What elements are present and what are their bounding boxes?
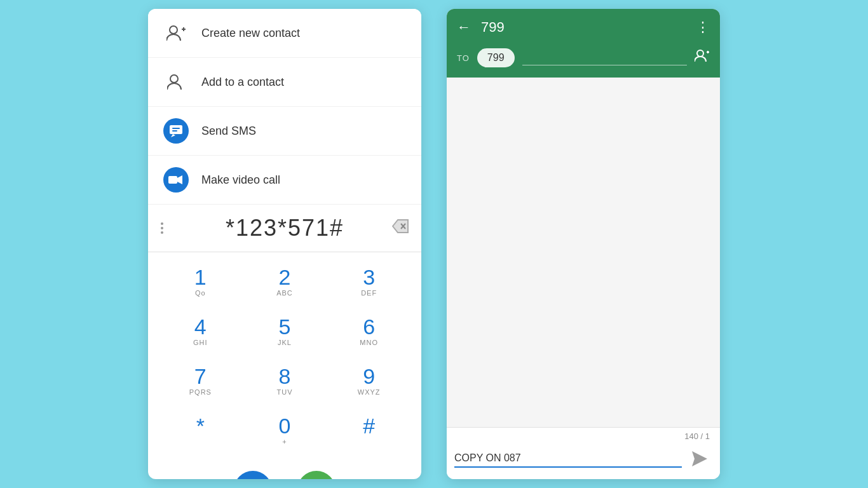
svg-rect-4 [170, 125, 182, 134]
make-video-call-item[interactable]: Make video call [148, 156, 421, 205]
send-button[interactable] [687, 446, 712, 471]
key-1[interactable]: 1Qo [158, 257, 243, 307]
make-video-call-icon [163, 167, 189, 193]
char-count: 140 / 1 [447, 428, 720, 441]
call-buttons-row: 4G [148, 461, 421, 479]
create-contact-label: Create new contact [201, 27, 300, 40]
dialer-panel: Create new contact Add to a contact [148, 9, 421, 479]
key-5[interactable]: 5JKL [243, 307, 327, 356]
key-2[interactable]: 2ABC [243, 257, 327, 307]
svg-marker-9 [177, 175, 182, 184]
send-sms-icon [163, 118, 189, 144]
sms-panel: ← 799 ⋮ TO 799 140 / 1 [447, 9, 720, 479]
keypad: 1Qo 2ABC 3DEF 4GHI 5JKL 6MNO 7PQRS 8TUV … [148, 252, 421, 461]
recipient-chip[interactable]: 799 [477, 48, 515, 67]
svg-rect-6 [172, 128, 180, 129]
sms-to-row: TO 799 [447, 46, 720, 78]
recipient-input-area[interactable] [522, 50, 687, 65]
sms-header: ← 799 ⋮ [447, 9, 720, 46]
sms-footer: 140 / 1 [447, 427, 720, 479]
send-sms-item[interactable]: Send SMS [148, 107, 421, 156]
dialer-input-row: *123*571# [148, 205, 421, 252]
key-hash[interactable]: # [327, 406, 411, 456]
backspace-button[interactable] [392, 219, 409, 237]
context-menu: Create new contact Add to a contact [148, 9, 421, 205]
svg-point-0 [170, 26, 177, 34]
back-button[interactable]: ← [457, 19, 471, 36]
svg-rect-8 [168, 176, 177, 184]
key-7[interactable]: 7PQRS [158, 356, 243, 406]
more-options-icon[interactable]: ⋮ [696, 19, 710, 36]
add-recipient-icon[interactable] [695, 49, 710, 67]
svg-point-3 [170, 75, 178, 83]
svg-rect-7 [172, 130, 177, 132]
dialer-more-icon[interactable] [161, 222, 163, 234]
add-to-contact-label: Add to a contact [201, 76, 284, 89]
add-to-contact-item[interactable]: Add to a contact [148, 58, 421, 107]
sms-message-body [447, 78, 720, 427]
key-3[interactable]: 3DEF [327, 257, 411, 307]
svg-point-15 [697, 50, 703, 57]
key-8[interactable]: 8TUV [243, 356, 327, 406]
sms-input-row [447, 441, 720, 479]
send-sms-label: Send SMS [201, 125, 256, 138]
add-to-contact-icon [163, 69, 189, 95]
video-call-button[interactable] [234, 471, 272, 479]
create-new-contact-item[interactable]: Create new contact [148, 9, 421, 58]
key-star[interactable]: * [158, 406, 243, 456]
dialer-display: *123*571# [226, 215, 344, 241]
sms-text-field[interactable] [454, 450, 682, 468]
to-label: TO [457, 53, 470, 63]
key-6[interactable]: 6MNO [327, 307, 411, 356]
key-4[interactable]: 4GHI [158, 307, 243, 356]
svg-marker-5 [171, 134, 175, 137]
phone-call-button[interactable]: 4G [297, 471, 336, 479]
make-video-call-label: Make video call [201, 173, 280, 187]
svg-marker-18 [692, 451, 707, 466]
key-0[interactable]: 0+ [243, 406, 327, 456]
sms-title: 799 [481, 19, 686, 36]
key-9[interactable]: 9WXYZ [327, 356, 411, 406]
create-contact-icon [163, 20, 189, 46]
